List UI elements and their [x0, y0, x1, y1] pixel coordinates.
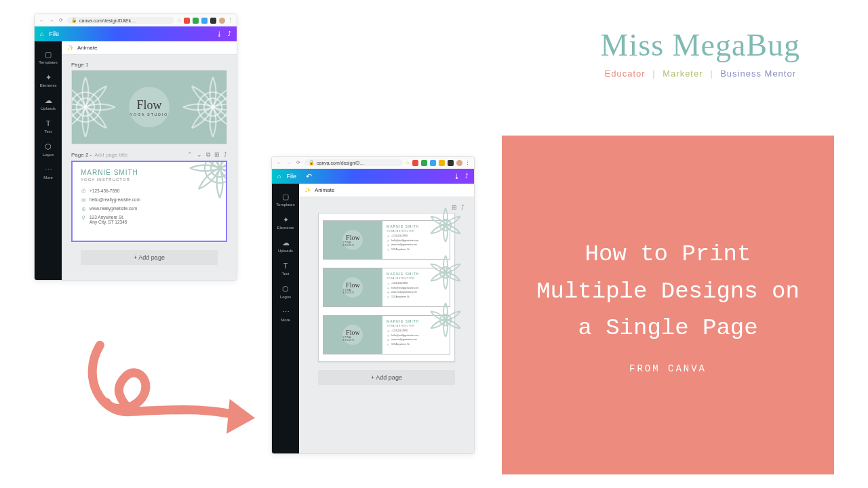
page-label-1: Page 1 — [71, 62, 227, 68]
address-bar[interactable]: 🔒 canva.com/design/D… — [304, 159, 403, 166]
sidebar-label: Text — [281, 272, 289, 276]
web-icon: ⊕ — [387, 243, 390, 247]
copy-icon[interactable]: ⧉ — [206, 151, 210, 159]
sidebar-label: Elements — [277, 226, 294, 230]
pages-column: ⊞ ⤴ FlowYOGA STUDIO MARNIE SMITH YOGA IN… — [299, 197, 474, 454]
logos-icon: ⬡ — [43, 142, 53, 151]
sidebar-item-text[interactable]: TText — [35, 115, 62, 138]
title-panel: How to Print Multiple Designs on a Singl… — [502, 136, 834, 474]
move-down-icon[interactable]: ⌄ — [197, 151, 202, 159]
lock-icon: 🔒 — [309, 160, 315, 165]
export-icon[interactable]: ⤴ — [224, 151, 227, 159]
sidebar-label: Templates — [276, 203, 294, 207]
sidebar-item-more[interactable]: ⋯More — [272, 303, 299, 326]
add-page-button[interactable]: + Add page — [318, 370, 455, 385]
extension-icon[interactable] — [412, 160, 418, 166]
address-bar[interactable]: 🔒 canva.com/design/DAEk… — [67, 17, 174, 24]
web-icon: ⊕ — [387, 338, 390, 342]
sidebar-item-templates[interactable]: ▢Templates — [35, 45, 62, 68]
sidebar-item-logos[interactable]: ⬡Logos — [35, 138, 62, 161]
back-icon[interactable]: ← — [276, 159, 283, 166]
contact-phone: +123-456-7890 — [90, 188, 119, 193]
sidebar-item-more[interactable]: ⋯More — [35, 161, 62, 184]
duplicate-icon[interactable]: ⊞ — [214, 151, 220, 159]
download-icon[interactable]: ⭳ — [454, 173, 460, 180]
sidebar-label: More — [281, 318, 290, 322]
brand-tagline: Educator | Marketer | Business Mentor — [601, 68, 800, 79]
sidebar-item-text[interactable]: TText — [272, 257, 299, 280]
contact-email: hello@reallygreatsite.com — [391, 287, 418, 289]
mail-icon: ✉ — [387, 287, 390, 290]
business-card-back[interactable]: MARNIE SMITH YOGA INSTRUCTOR ✆+123-456-7… — [71, 161, 227, 242]
menu-icon[interactable]: ⋮ — [228, 18, 233, 23]
move-up-icon[interactable]: ⌃ — [187, 151, 193, 159]
sidebar-item-uploads[interactable]: ☁Uploads — [272, 234, 299, 257]
animate-button[interactable]: Animate — [315, 187, 334, 193]
sidebar-item-logos[interactable]: ⬡Logos — [272, 280, 299, 303]
letter-page[interactable]: FlowYOGA STUDIO MARNIE SMITH YOGA INSTRU… — [318, 213, 455, 362]
sidebar-label: More — [43, 176, 53, 180]
star-icon[interactable]: ☆ — [177, 18, 181, 23]
file-menu[interactable]: File — [286, 173, 296, 180]
sidebar-item-uploads[interactable]: ☁Uploads — [35, 92, 62, 115]
page-title: Page 1 — [71, 62, 88, 68]
forward-icon[interactable]: → — [48, 17, 55, 24]
card-back-thumb: MARNIE SMITHYOGA INSTRUCTOR✆+123-456-789… — [382, 316, 450, 354]
elements-icon: ✦ — [281, 215, 290, 224]
file-menu[interactable]: File — [49, 30, 59, 37]
extension-icon[interactable] — [439, 160, 445, 166]
menu-icon[interactable]: ⋮ — [465, 160, 470, 165]
share-icon[interactable]: ⤴ — [228, 30, 231, 37]
extension-icon[interactable] — [201, 18, 208, 24]
sidebar-item-templates[interactable]: ▢Templates — [272, 188, 299, 211]
business-card-front[interactable]: Flow YOGA STUDIO — [71, 70, 227, 144]
canva-window-result: ← → ⟳ 🔒 canva.com/design/D… ☆ ⋮ ⌂ File ↶… — [271, 156, 475, 454]
sidebar-label: Templates — [39, 60, 57, 64]
sidebar-item-elements[interactable]: ✦Elements — [272, 211, 299, 234]
sidebar-label: Text — [44, 129, 52, 134]
sidebar-label: Logos — [43, 152, 54, 157]
share-icon[interactable]: ⤴ — [465, 173, 469, 180]
contact-web: www.reallygreatsite.com — [391, 291, 417, 293]
avatar-icon[interactable] — [219, 18, 225, 24]
extension-icon[interactable] — [210, 18, 216, 24]
home-icon[interactable]: ⌂ — [40, 30, 43, 37]
mandala-icon — [176, 70, 227, 144]
arrow-illustration — [75, 339, 264, 453]
extension-icon[interactable] — [193, 18, 199, 24]
contact-web: www.reallygreatsite.com — [391, 338, 417, 341]
browser-chrome: ← → ⟳ 🔒 canva.com/design/D… ☆ ⋮ — [272, 157, 474, 169]
undo-icon[interactable]: ↶ — [306, 172, 312, 181]
logo-circle: Flow YOGA STUDIO — [129, 87, 170, 127]
animate-icon: ✨ — [304, 187, 311, 193]
brand-block: Miss MegaBug Educator | Marketer | Busin… — [601, 27, 800, 79]
canva-sidebar: ▢Templates ✦Elements ☁Uploads TText ⬡Log… — [35, 41, 62, 280]
contact-email: hello@reallygreatsite.com — [90, 197, 140, 202]
reload-icon[interactable]: ⟳ — [58, 17, 64, 24]
contact-web: www.reallygreatsite.com — [90, 206, 137, 211]
avatar-icon[interactable] — [456, 160, 462, 166]
contact-phone: +123-456-7890 — [391, 235, 408, 237]
extension-icon[interactable] — [448, 160, 454, 166]
download-icon[interactable]: ⭳ — [216, 30, 222, 37]
page-title-hint[interactable]: Add page title — [94, 152, 127, 158]
forward-icon[interactable]: → — [285, 159, 292, 166]
canva-body: ▢Templates ✦Elements ☁Uploads TText ⬡Log… — [272, 184, 474, 454]
card-pair: FlowYOGA STUDIO MARNIE SMITHYOGA INSTRUC… — [323, 315, 450, 354]
add-page-button[interactable]: + Add page — [81, 250, 218, 265]
extension-icon[interactable] — [421, 160, 427, 166]
star-icon[interactable]: ☆ — [406, 160, 410, 165]
animate-button[interactable]: Animate — [77, 45, 97, 51]
divider: | — [652, 68, 655, 79]
back-icon[interactable]: ← — [39, 17, 45, 24]
home-icon[interactable]: ⌂ — [277, 173, 281, 180]
reload-icon[interactable]: ⟳ — [295, 159, 302, 166]
sidebar-item-elements[interactable]: ✦Elements — [35, 68, 62, 92]
extension-icon[interactable] — [184, 18, 190, 24]
canva-header: ⌂ File ↶ ⭳ ⤴ — [272, 169, 474, 184]
mandala-icon — [425, 300, 466, 343]
browser-chrome: ← → ⟳ 🔒 canva.com/design/DAEk… ☆ ⋮ — [35, 14, 237, 26]
contact-email: hello@reallygreatsite.com — [391, 239, 418, 242]
extension-icon[interactable] — [430, 160, 436, 166]
brand-name: Miss MegaBug — [601, 27, 800, 63]
